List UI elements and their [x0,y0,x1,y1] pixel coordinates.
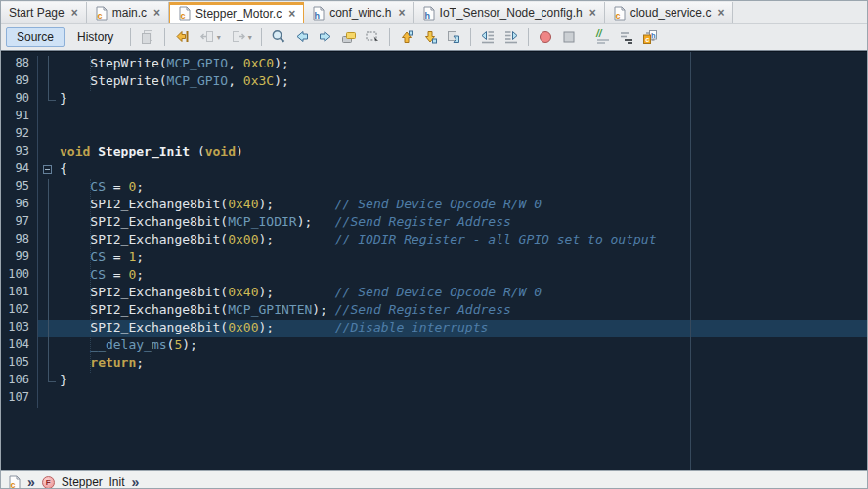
fold-margin [38,161,60,179]
tab-close-icon[interactable]: × [153,6,160,20]
code-line-107[interactable]: 107 [1,390,867,408]
tab-main-c[interactable]: cmain.c× [87,2,169,23]
tab-close-icon[interactable]: × [589,6,596,20]
line-number[interactable]: 91 [1,109,38,126]
fold-toggle-icon[interactable] [43,165,52,174]
svg-text:c: c [11,479,16,489]
code-line-95[interactable]: 95 CS = 0; [1,179,867,197]
breadcrumb-function[interactable]: Stepper_Init [62,475,125,489]
code-line-100[interactable]: 100 CS = 0; [1,267,867,285]
dropdown-caret-icon[interactable]: ▾ [217,33,221,42]
tab-conf-winc-h[interactable]: hconf_winc.h× [304,2,413,23]
comment-icon[interactable]: // [592,26,614,48]
line-number[interactable]: 89 [1,73,38,91]
code-line-90[interactable]: 90} [1,91,867,109]
tab-cloud-service-c[interactable]: ccloud_service.c× [605,2,734,23]
toolbar-separator [130,28,131,46]
line-number[interactable]: 97 [1,214,38,232]
forward-icon[interactable]: ▾ [226,26,255,48]
line-number[interactable]: 107 [1,390,38,408]
line-number[interactable]: 98 [1,232,38,249]
uncomment-icon[interactable] [616,26,637,48]
code-line-102[interactable]: 102 SPI2_Exchange8bit(MCP_GPINTEN); //Se… [1,302,867,320]
line-number[interactable]: 99 [1,249,38,267]
code-line-92[interactable]: 92 [1,126,867,144]
code-line-96[interactable]: 96 SPI2_Exchange8bit(0x40); // Send Devi… [1,197,867,214]
line-body: StepWrite(MCP_GPIO, 0x3C); [38,73,867,91]
code-line-93[interactable]: 93void Stepper_Init (void) [1,144,867,161]
line-number[interactable]: 106 [1,373,38,390]
tab-iot-sensor-node-config-h[interactable]: hIoT_Sensor_Node_config.h× [414,2,605,23]
line-number[interactable]: 90 [1,91,38,109]
line-body: CS = 0; [38,267,867,285]
find-selection-icon[interactable] [268,26,289,48]
shift-left-icon[interactable] [477,26,499,48]
code-line-103[interactable]: 103 SPI2_Exchange8bit(0x00); //Disable i… [1,320,867,337]
line-number[interactable]: 96 [1,197,38,214]
code-text: StepWrite(MCP_GPIO, 0xC0); [60,56,289,73]
code-line-99[interactable]: 99 CS = 1; [1,249,867,267]
fold-margin [38,73,60,91]
tab-close-icon[interactable]: × [288,7,295,21]
line-number[interactable]: 102 [1,302,38,320]
line-body: CS = 1; [38,249,867,267]
line-body: return; [38,355,867,373]
code-line-104[interactable]: 104 __delay_ms(5); [1,337,867,355]
back-icon[interactable]: ▾ [195,26,224,48]
function-icon: F [42,476,55,489]
toggle-bookmark-icon[interactable] [443,26,464,48]
toolbar-separator [470,28,471,46]
tab-label: Start Page [9,6,65,20]
dropdown-caret-icon[interactable]: ▾ [248,33,252,42]
line-body: SPI2_Exchange8bit(MCP_IODIR); //Send Reg… [38,214,867,232]
next-bookmark-icon[interactable] [419,26,441,48]
code-line-94[interactable]: 94{ [1,161,867,179]
fold-margin [38,302,60,320]
line-number[interactable]: 92 [1,126,38,144]
diff-icon[interactable] [137,26,158,48]
rectangular-selection-icon[interactable] [362,26,383,48]
code-line-105[interactable]: 105 return; [1,355,867,373]
line-number[interactable]: 101 [1,285,38,302]
code-line-91[interactable]: 91 [1,109,867,126]
line-number[interactable]: 105 [1,355,38,373]
shift-right-icon[interactable] [500,26,522,48]
line-number[interactable]: 100 [1,267,38,285]
tab-start-page[interactable]: Start Page× [1,2,87,23]
line-number[interactable]: 95 [1,179,38,197]
tab-close-icon[interactable]: × [717,6,724,20]
code-line-101[interactable]: 101 SPI2_Exchange8bit(0x40); // Send Dev… [1,285,867,302]
line-body: __delay_ms(5); [38,337,867,355]
goto-header-icon[interactable]: hc [639,26,661,48]
line-number[interactable]: 93 [1,144,38,161]
line-number[interactable]: 104 [1,337,38,355]
record-macro-icon[interactable] [535,26,556,48]
code-line-88[interactable]: 88 StepWrite(MCP_GPIO, 0xC0); [1,56,867,73]
code-text: SPI2_Exchange8bit(0x40); // Send Device … [60,197,542,214]
history-view-button[interactable]: History [66,27,124,47]
stop-macro-icon[interactable] [558,26,580,48]
code-line-89[interactable]: 89 StepWrite(MCP_GPIO, 0x3C); [1,73,867,91]
tab-close-icon[interactable]: × [71,6,78,20]
previous-bookmark-icon[interactable] [396,26,417,48]
line-number[interactable]: 88 [1,56,38,73]
line-body: void Stepper_Init (void) [38,144,867,161]
tab-label: Stepper_Motor.c [195,7,282,21]
line-number[interactable]: 103 [1,320,38,337]
fold-margin [38,373,60,390]
line-number[interactable]: 94 [1,161,38,179]
code-line-97[interactable]: 97 SPI2_Exchange8bit(MCP_IODIR); //Send … [1,214,867,232]
previous-occurrence-icon[interactable] [291,26,313,48]
toggle-highlight-icon[interactable] [338,26,360,48]
last-edit-icon[interactable] [171,26,193,48]
code-line-106[interactable]: 106} [1,373,867,390]
tab-close-icon[interactable]: × [399,6,406,20]
code-text: { [60,161,67,179]
h-file-icon: h [312,6,325,21]
code-line-98[interactable]: 98 SPI2_Exchange8bit(0x00); // IODIR Reg… [1,232,867,249]
source-view-button[interactable]: Source [6,27,65,47]
code-editor[interactable]: 88 StepWrite(MCP_GPIO, 0xC0);89 StepWrit… [1,51,867,470]
code-text: } [60,373,67,390]
tab-stepper-motor-c[interactable]: cStepper_Motor.c× [169,2,304,23]
next-occurrence-icon[interactable] [315,26,336,48]
